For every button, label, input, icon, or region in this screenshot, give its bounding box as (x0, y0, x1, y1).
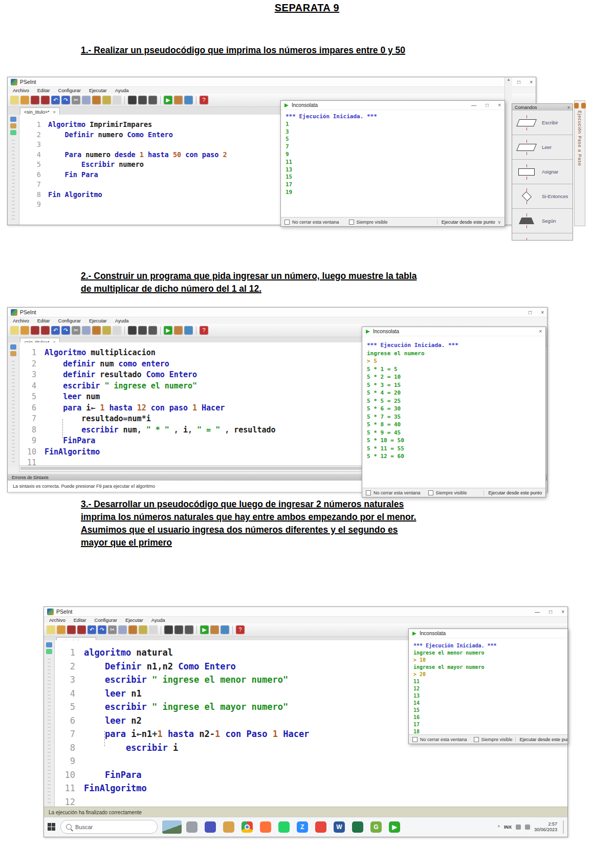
console-output[interactable]: *** Ejecución Iniciada. *** ingrese el m… (409, 638, 567, 734)
menu-configurar[interactable]: Configurar (95, 617, 117, 623)
menu-ejecutar[interactable]: Ejecutar (125, 617, 143, 623)
save-icon[interactable] (67, 625, 76, 634)
start-button[interactable] (48, 823, 56, 831)
paste-icon[interactable] (92, 326, 101, 335)
menu-archivo[interactable]: Archivo (49, 617, 65, 623)
cut-icon[interactable]: ✂ (108, 625, 117, 634)
format-icon[interactable] (102, 96, 111, 104)
chevron-down-icon[interactable]: ∨ (497, 220, 501, 225)
taskbar-zoom-icon[interactable]: Z (297, 821, 308, 833)
close-button[interactable]: × (541, 310, 544, 315)
maximize-button[interactable]: □ (517, 79, 520, 85)
console-output[interactable]: *** Ejecución Iniciada. *** ingrese el n… (362, 336, 545, 488)
taskbar-monitor-icon[interactable] (186, 821, 198, 833)
open-file-icon[interactable] (20, 96, 29, 104)
taskbar-firefox-icon[interactable] (260, 821, 271, 833)
run-icon[interactable]: ▶ (164, 326, 172, 335)
undo-icon[interactable]: ↶ (51, 326, 60, 335)
close-button[interactable]: × (561, 609, 564, 615)
command-mientras[interactable]: Mientras (512, 233, 573, 241)
replace-icon[interactable] (138, 96, 147, 104)
undo-icon[interactable]: ↶ (87, 625, 96, 634)
goto-icon[interactable] (148, 326, 157, 335)
menu-ayuda[interactable]: Ayuda (115, 318, 129, 323)
command-si-entonces[interactable]: Si-Entonces (512, 184, 573, 209)
format-icon[interactable] (102, 326, 111, 335)
redo-icon[interactable]: ↷ (61, 326, 70, 335)
run-from-here-button[interactable]: Ejecutar desde este punto (515, 737, 567, 742)
new-file-icon[interactable] (10, 326, 19, 335)
side-icon[interactable] (46, 642, 52, 647)
help-icon[interactable]: ? (200, 96, 208, 104)
new-file-icon[interactable] (47, 625, 55, 634)
copy-icon[interactable] (82, 326, 91, 335)
draw-flowchart-icon[interactable] (221, 625, 229, 634)
help-icon[interactable]: ? (200, 326, 208, 335)
command-según[interactable]: Según (512, 209, 573, 233)
side-icon[interactable] (10, 344, 16, 350)
step-execution-tab[interactable]: Ejecución Paso a Paso (574, 100, 585, 226)
paste-icon[interactable] (92, 96, 101, 104)
menu-ejecutar[interactable]: Ejecutar (89, 88, 107, 93)
step-run-icon[interactable] (174, 326, 183, 335)
close-button[interactable]: × (498, 102, 501, 108)
taskbar-excel-icon[interactable] (352, 821, 363, 833)
cut-icon[interactable]: ✂ (72, 96, 80, 104)
maximize-button[interactable]: □ (529, 310, 532, 315)
menu-editar[interactable]: Editar (74, 617, 86, 623)
tab-close-icon[interactable]: × (53, 110, 56, 115)
save-icon[interactable] (31, 326, 39, 335)
goto-icon[interactable] (148, 96, 157, 104)
format-icon[interactable] (139, 625, 147, 634)
side-icon[interactable] (46, 649, 52, 654)
no-close-checkbox[interactable] (284, 220, 290, 225)
taskbar-word-icon[interactable]: W (334, 821, 345, 833)
taskbar-chrome-icon[interactable] (242, 821, 253, 833)
menu-ayuda[interactable]: Ayuda (115, 88, 129, 93)
run-icon[interactable]: ▶ (164, 96, 172, 104)
step-run-icon[interactable] (210, 625, 219, 634)
network-icon[interactable] (525, 824, 530, 830)
open-file-icon[interactable] (57, 625, 65, 634)
close-icon[interactable]: × (567, 105, 570, 110)
tray-expand-icon[interactable]: ^ (498, 824, 500, 830)
comment-icon[interactable] (113, 326, 121, 335)
comment-icon[interactable] (113, 96, 121, 104)
taskbar-clock[interactable]: 2:57 30/06/2023 (534, 821, 557, 833)
new-file-icon[interactable] (10, 96, 19, 104)
replace-icon[interactable] (174, 625, 183, 634)
help-icon[interactable]: ? (236, 625, 245, 634)
save-as-icon[interactable] (77, 625, 86, 634)
undo-icon[interactable]: ↶ (51, 96, 60, 104)
taskbar-search-input[interactable]: Buscar (60, 820, 158, 834)
side-icon[interactable] (10, 117, 16, 122)
minimize-button[interactable]: — (471, 102, 476, 108)
side-icon[interactable] (10, 123, 16, 128)
save-as-icon[interactable] (41, 96, 50, 104)
taskbar-folder-icon[interactable] (223, 821, 234, 833)
menu-configurar[interactable]: Configurar (58, 318, 81, 323)
command-escribir[interactable]: Escribir (512, 111, 573, 135)
paste-icon[interactable] (128, 625, 137, 634)
language-indicator[interactable]: INX (504, 824, 512, 830)
editor-scrollbar[interactable]: ▲ (505, 77, 512, 225)
goto-icon[interactable] (185, 625, 193, 634)
always-visible-checkbox[interactable] (349, 220, 354, 225)
menu-ejecutar[interactable]: Ejecutar (89, 318, 107, 323)
menu-archivo[interactable]: Archivo (13, 88, 29, 93)
comment-icon[interactable] (149, 625, 158, 634)
menu-archivo[interactable]: Archivo (13, 318, 29, 323)
find-icon[interactable] (128, 96, 137, 104)
run-from-here-button[interactable]: Ejecutar desde este punto (484, 490, 542, 495)
taskbar-pseint-icon[interactable]: ▶ (389, 821, 400, 833)
menu-editar[interactable]: Editar (37, 88, 50, 93)
draw-flowchart-icon[interactable] (184, 96, 193, 104)
volume-icon[interactable] (516, 824, 521, 830)
replace-icon[interactable] (138, 326, 147, 335)
command-asignar[interactable]: Asignar (512, 160, 573, 184)
find-icon[interactable] (128, 326, 137, 335)
side-icon[interactable] (10, 130, 16, 135)
no-close-checkbox[interactable] (366, 490, 371, 495)
menu-configurar[interactable]: Configurar (58, 88, 81, 93)
save-as-icon[interactable] (41, 326, 50, 335)
